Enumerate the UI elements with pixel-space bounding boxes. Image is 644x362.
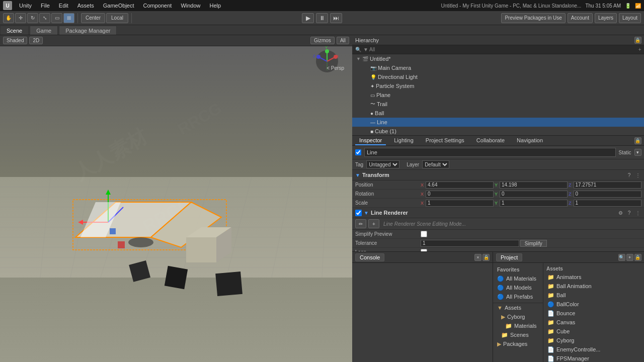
tab-project-settings[interactable]: Project Settings — [422, 136, 468, 145]
fav-all-models[interactable]: 🔵 All Models — [493, 283, 543, 292]
shading-dropdown[interactable]: Shaded — [3, 37, 27, 44]
asset-item-bounce[interactable]: 📄Bounce — [543, 309, 644, 318]
materials-folder[interactable]: 📁 Materials — [493, 321, 543, 330]
menu-unity[interactable]: Unity — [15, 2, 36, 10]
tab-game[interactable]: Game — [30, 26, 58, 35]
position-x-field[interactable] — [426, 182, 494, 189]
layers-btn[interactable]: Layers — [595, 13, 617, 23]
assets-root[interactable]: ▼ Assets — [493, 303, 543, 312]
hierarchy-item-directional-light[interactable]: 💡Directional Light — [352, 72, 644, 81]
static-dropdown[interactable]: ▾ — [634, 149, 641, 156]
step-btn[interactable]: ⏭ — [330, 13, 342, 23]
menu-edit[interactable]: Edit — [55, 2, 72, 10]
menu-help[interactable]: Help — [206, 2, 225, 10]
transform-toggle[interactable]: ▼ — [355, 172, 360, 178]
simplify-preview-checkbox[interactable] — [421, 231, 427, 237]
scenes-folder[interactable]: 📁 Scenes — [493, 330, 543, 339]
asset-item-canvas[interactable]: 📁Canvas — [543, 318, 644, 327]
lr-add-btn[interactable]: + — [368, 219, 379, 228]
tab-inspector[interactable]: Inspector — [355, 136, 386, 145]
project-search-btn[interactable]: 🔍 — [618, 254, 625, 261]
scale-y-field[interactable] — [500, 200, 568, 207]
asset-item-ball[interactable]: 📁Ball — [543, 291, 644, 300]
transform-help-btn[interactable]: ? — [626, 171, 633, 178]
scene-viewport[interactable]: Shaded 2D Gizmos All — [0, 35, 352, 362]
rotation-z-field[interactable] — [574, 191, 641, 198]
hierarchy-item-plane[interactable]: ▭Plane — [352, 90, 644, 100]
gizmos-btn[interactable]: Gizmos — [310, 37, 335, 44]
project-tab-btn[interactable]: Project — [496, 253, 522, 261]
hierarchy-lock-btn[interactable]: 🔒 — [634, 37, 641, 44]
object-name-field[interactable] — [364, 148, 616, 157]
tab-scene[interactable]: Scene — [0, 26, 29, 35]
scale-x-field[interactable] — [426, 200, 494, 207]
packages-root[interactable]: ▶ Packages — [493, 339, 543, 348]
layer-dropdown[interactable]: Default — [422, 160, 449, 168]
scale-tool-btn[interactable]: ⤡ — [39, 13, 50, 23]
console-tab-btn[interactable]: Console — [355, 253, 384, 261]
center-btn[interactable]: Center — [81, 13, 105, 23]
menu-assets[interactable]: Assets — [73, 2, 98, 10]
line-renderer-active[interactable] — [355, 210, 362, 216]
all-btn[interactable]: All — [337, 37, 349, 44]
hand-tool-btn[interactable]: ✋ — [3, 13, 14, 23]
pause-btn[interactable]: ⏸ — [316, 13, 328, 23]
lr-edit-mode-btn[interactable]: ✏ — [355, 219, 366, 228]
asset-item-cube[interactable]: 📁Cube — [543, 327, 644, 336]
scale-z-field[interactable] — [574, 200, 641, 207]
asset-item-enemycontrolle---[interactable]: 📄EnemyControlle... — [543, 345, 644, 354]
local-btn[interactable]: Local — [106, 13, 128, 23]
hierarchy-item-untitled-[interactable]: ▼🎬Untitled* — [352, 54, 644, 63]
position-y-field[interactable] — [500, 182, 568, 189]
object-active-checkbox[interactable] — [355, 149, 361, 155]
dim-btn[interactable]: 2D — [29, 37, 43, 44]
asset-item-cyborg[interactable]: 📁Cyborg — [543, 336, 644, 345]
move-tool-btn[interactable]: ✛ — [15, 13, 26, 23]
asset-item-fpsmanager[interactable]: 📄FPSManager — [543, 354, 644, 362]
tab-collaborate[interactable]: Collaborate — [472, 136, 509, 145]
fav-all-materials[interactable]: 🔵 All Materials — [493, 274, 543, 283]
lr-help-btn[interactable]: ? — [626, 209, 633, 216]
asset-item-ballcolor[interactable]: 🔵BallColor — [543, 300, 644, 309]
account-btn[interactable]: Account — [568, 13, 593, 23]
lr-menu-btn[interactable]: ⋮ — [634, 209, 641, 216]
hierarchy-item-ball[interactable]: ●Ball — [352, 109, 644, 118]
add-btn[interactable]: + — [638, 47, 641, 52]
menu-file[interactable]: File — [37, 2, 54, 10]
console-clear-btn[interactable]: × — [474, 254, 481, 261]
cyborg-folder[interactable]: ▶ Cyborg — [493, 312, 543, 321]
asset-item-ball-animation[interactable]: 📁Ball Animation — [543, 282, 644, 291]
hierarchy-item-particle-system[interactable]: ✦Particle System — [352, 81, 644, 90]
transform-menu-btn[interactable]: ⋮ — [634, 171, 641, 178]
layout-btn[interactable]: Layout — [619, 13, 641, 23]
line-renderer-toggle[interactable]: ▼ — [364, 210, 369, 216]
scene-canvas[interactable]: Y X Z < Persp 人人素材 RRCG RRCG — [0, 46, 352, 362]
rect-tool-btn[interactable]: ▭ — [51, 13, 62, 23]
hierarchy-item-line[interactable]: —Line — [352, 118, 644, 127]
menu-component[interactable]: Component — [139, 2, 176, 10]
fav-all-prefabs[interactable]: 🔵 All Prefabs — [493, 292, 543, 301]
hierarchy-item-cube--1-[interactable]: ■Cube (1) — [352, 127, 644, 135]
hierarchy-search-bar[interactable]: 🔍 ▼ All + — [352, 45, 644, 54]
hierarchy-item-trail[interactable]: 〜Trail — [352, 100, 644, 109]
rotate-tool-btn[interactable]: ↻ — [27, 13, 38, 23]
tab-package-manager[interactable]: Package Manager — [59, 26, 117, 35]
position-z-field[interactable] — [574, 182, 641, 189]
project-add-btn[interactable]: + — [626, 254, 633, 261]
play-btn[interactable]: ▶ — [302, 13, 314, 23]
hierarchy-item-main-camera[interactable]: 📷Main Camera — [352, 63, 644, 72]
menu-gameobject[interactable]: GameObject — [99, 2, 138, 10]
console-lock-btn[interactable]: 🔒 — [482, 254, 490, 261]
menu-window[interactable]: Window — [177, 2, 204, 10]
tag-dropdown[interactable]: Untagged — [366, 160, 399, 168]
project-lock-btn[interactable]: 🔒 — [634, 254, 641, 261]
collab-btn[interactable]: Preview Packages in Use — [501, 13, 565, 23]
transform-tool-btn[interactable]: ⊞ — [63, 13, 74, 23]
tab-navigation[interactable]: Navigation — [513, 136, 547, 145]
lr-settings-btn[interactable]: ⚙ — [617, 209, 624, 216]
asset-item-animators[interactable]: 📁Animators — [543, 273, 644, 282]
tab-lighting[interactable]: Lighting — [390, 136, 418, 145]
tolerance-field[interactable] — [421, 240, 519, 247]
simplify-btn[interactable]: Simplify — [520, 240, 547, 247]
rotation-y-field[interactable] — [500, 191, 568, 198]
